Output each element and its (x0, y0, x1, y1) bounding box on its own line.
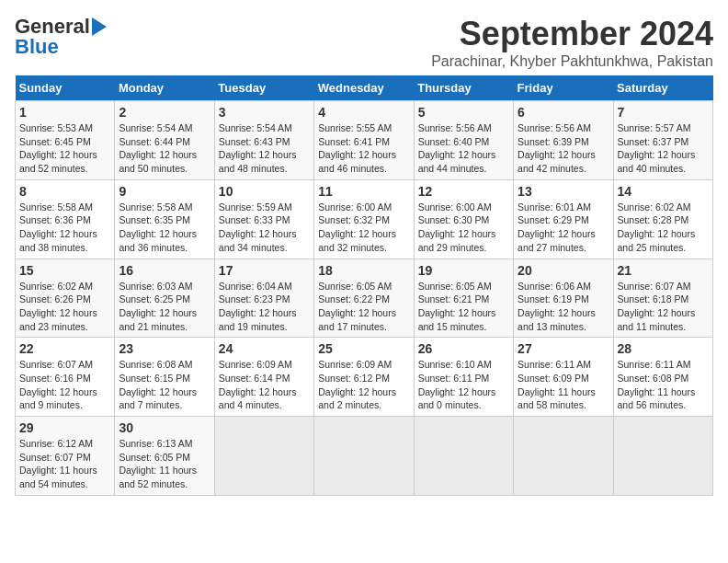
header-thursday: Thursday (414, 75, 513, 101)
day-details: Sunrise: 6:08 AMSunset: 6:15 PMDaylight:… (119, 358, 210, 412)
day-number: 22 (19, 341, 110, 356)
day-details: Sunrise: 5:53 AMSunset: 6:45 PMDaylight:… (19, 121, 110, 176)
day-number: 10 (219, 184, 310, 199)
table-row (514, 417, 613, 496)
day-number: 24 (219, 341, 310, 356)
day-details: Sunrise: 6:06 AMSunset: 6:19 PMDaylight:… (518, 280, 609, 334)
header-friday: Friday (514, 75, 613, 101)
day-details: Sunrise: 5:59 AMSunset: 6:33 PMDaylight:… (219, 201, 310, 255)
day-number: 21 (618, 263, 709, 278)
day-number: 1 (19, 105, 110, 120)
table-row: 9Sunrise: 5:58 AMSunset: 6:35 PMDaylight… (115, 179, 214, 259)
day-details: Sunrise: 6:03 AMSunset: 6:25 PMDaylight:… (119, 280, 210, 334)
week-row-5: 29Sunrise: 6:12 AMSunset: 6:07 PMDayligh… (16, 417, 713, 496)
day-details: Sunrise: 6:09 AMSunset: 6:14 PMDaylight:… (219, 358, 310, 412)
header-monday: Monday (115, 75, 214, 101)
table-row: 30Sunrise: 6:13 AMSunset: 6:05 PMDayligh… (115, 417, 214, 496)
calendar-body: 1Sunrise: 5:53 AMSunset: 6:45 PMDaylight… (16, 101, 713, 496)
day-details: Sunrise: 6:11 AMSunset: 6:09 PMDaylight:… (518, 358, 609, 412)
day-number: 9 (119, 184, 210, 199)
day-number: 27 (518, 341, 609, 356)
day-number: 26 (418, 341, 509, 356)
table-row: 5Sunrise: 5:56 AMSunset: 6:40 PMDaylight… (414, 101, 513, 180)
header-saturday: Saturday (613, 75, 712, 101)
day-details: Sunrise: 5:55 AMSunset: 6:41 PMDaylight:… (318, 121, 409, 176)
day-details: Sunrise: 6:11 AMSunset: 6:08 PMDaylight:… (618, 358, 709, 412)
table-row: 3Sunrise: 5:54 AMSunset: 6:43 PMDaylight… (214, 101, 313, 180)
table-row: 15Sunrise: 6:02 AMSunset: 6:26 PMDayligh… (16, 259, 115, 338)
table-row: 16Sunrise: 6:03 AMSunset: 6:25 PMDayligh… (115, 259, 214, 338)
table-row: 11Sunrise: 6:00 AMSunset: 6:32 PMDayligh… (314, 179, 414, 259)
day-details: Sunrise: 5:57 AMSunset: 6:37 PMDaylight:… (618, 121, 709, 176)
page-subtitle: Parachinar, Khyber Pakhtunkhwa, Pakistan (431, 53, 713, 70)
day-number: 29 (19, 420, 110, 435)
day-number: 16 (119, 263, 210, 278)
day-details: Sunrise: 5:54 AMSunset: 6:43 PMDaylight:… (219, 121, 310, 176)
day-number: 20 (518, 263, 609, 278)
logo-arrow-icon (92, 17, 107, 36)
page-header: General Blue September 2024 Parachinar, … (15, 15, 713, 70)
day-number: 7 (618, 105, 709, 120)
table-row: 22Sunrise: 6:07 AMSunset: 6:16 PMDayligh… (16, 338, 115, 417)
day-details: Sunrise: 6:05 AMSunset: 6:22 PMDaylight:… (318, 280, 409, 334)
day-details: Sunrise: 6:02 AMSunset: 6:28 PMDaylight:… (618, 201, 709, 255)
calendar-table: Sunday Monday Tuesday Wednesday Thursday… (15, 75, 713, 496)
day-number: 5 (418, 105, 509, 120)
table-row: 6Sunrise: 5:56 AMSunset: 6:39 PMDaylight… (514, 101, 613, 180)
table-row: 7Sunrise: 5:57 AMSunset: 6:37 PMDaylight… (613, 101, 712, 180)
table-row: 19Sunrise: 6:05 AMSunset: 6:21 PMDayligh… (414, 259, 513, 338)
table-row: 4Sunrise: 5:55 AMSunset: 6:41 PMDaylight… (314, 101, 414, 180)
table-row (613, 417, 712, 496)
day-number: 6 (518, 105, 609, 120)
table-row (414, 417, 513, 496)
day-details: Sunrise: 6:00 AMSunset: 6:30 PMDaylight:… (418, 201, 509, 255)
day-number: 28 (618, 341, 709, 356)
table-row: 25Sunrise: 6:09 AMSunset: 6:12 PMDayligh… (314, 338, 414, 417)
day-details: Sunrise: 5:56 AMSunset: 6:39 PMDaylight:… (518, 121, 609, 176)
day-number: 19 (418, 263, 509, 278)
table-row: 28Sunrise: 6:11 AMSunset: 6:08 PMDayligh… (613, 338, 712, 417)
table-row (314, 417, 414, 496)
day-details: Sunrise: 6:04 AMSunset: 6:23 PMDaylight:… (219, 280, 310, 334)
day-number: 13 (518, 184, 609, 199)
day-details: Sunrise: 6:02 AMSunset: 6:26 PMDaylight:… (19, 280, 110, 334)
logo-blue: Blue (15, 35, 59, 59)
day-number: 11 (318, 184, 409, 199)
table-row: 14Sunrise: 6:02 AMSunset: 6:28 PMDayligh… (613, 179, 712, 259)
week-row-1: 1Sunrise: 5:53 AMSunset: 6:45 PMDaylight… (16, 101, 713, 180)
day-details: Sunrise: 6:09 AMSunset: 6:12 PMDaylight:… (318, 358, 409, 412)
day-details: Sunrise: 6:13 AMSunset: 6:05 PMDaylight:… (119, 437, 210, 491)
day-number: 12 (418, 184, 509, 199)
day-number: 17 (219, 263, 310, 278)
day-number: 3 (219, 105, 310, 120)
day-details: Sunrise: 6:05 AMSunset: 6:21 PMDaylight:… (418, 280, 509, 334)
week-row-3: 15Sunrise: 6:02 AMSunset: 6:26 PMDayligh… (16, 259, 713, 338)
day-details: Sunrise: 6:00 AMSunset: 6:32 PMDaylight:… (318, 201, 409, 255)
week-row-2: 8Sunrise: 5:58 AMSunset: 6:36 PMDaylight… (16, 179, 713, 259)
page-title: September 2024 (431, 15, 713, 53)
day-details: Sunrise: 5:58 AMSunset: 6:35 PMDaylight:… (119, 201, 210, 255)
day-number: 14 (618, 184, 709, 199)
table-row: 29Sunrise: 6:12 AMSunset: 6:07 PMDayligh… (16, 417, 115, 496)
table-row: 12Sunrise: 6:00 AMSunset: 6:30 PMDayligh… (414, 179, 513, 259)
header-tuesday: Tuesday (214, 75, 313, 101)
day-details: Sunrise: 5:58 AMSunset: 6:36 PMDaylight:… (19, 201, 110, 255)
table-row: 20Sunrise: 6:06 AMSunset: 6:19 PMDayligh… (514, 259, 613, 338)
day-details: Sunrise: 6:07 AMSunset: 6:18 PMDaylight:… (618, 280, 709, 334)
header-wednesday: Wednesday (314, 75, 414, 101)
table-row: 18Sunrise: 6:05 AMSunset: 6:22 PMDayligh… (314, 259, 414, 338)
table-row: 13Sunrise: 6:01 AMSunset: 6:29 PMDayligh… (514, 179, 613, 259)
table-row: 2Sunrise: 5:54 AMSunset: 6:44 PMDaylight… (115, 101, 214, 180)
header-sunday: Sunday (16, 75, 115, 101)
calendar-header-row: Sunday Monday Tuesday Wednesday Thursday… (16, 75, 713, 101)
table-row: 10Sunrise: 5:59 AMSunset: 6:33 PMDayligh… (214, 179, 313, 259)
week-row-4: 22Sunrise: 6:07 AMSunset: 6:16 PMDayligh… (16, 338, 713, 417)
table-row: 26Sunrise: 6:10 AMSunset: 6:11 PMDayligh… (414, 338, 513, 417)
day-number: 18 (318, 263, 409, 278)
table-row: 24Sunrise: 6:09 AMSunset: 6:14 PMDayligh… (214, 338, 313, 417)
table-row: 1Sunrise: 5:53 AMSunset: 6:45 PMDaylight… (16, 101, 115, 180)
day-details: Sunrise: 6:01 AMSunset: 6:29 PMDaylight:… (518, 201, 609, 255)
table-row: 21Sunrise: 6:07 AMSunset: 6:18 PMDayligh… (613, 259, 712, 338)
day-number: 4 (318, 105, 409, 120)
table-row: 17Sunrise: 6:04 AMSunset: 6:23 PMDayligh… (214, 259, 313, 338)
